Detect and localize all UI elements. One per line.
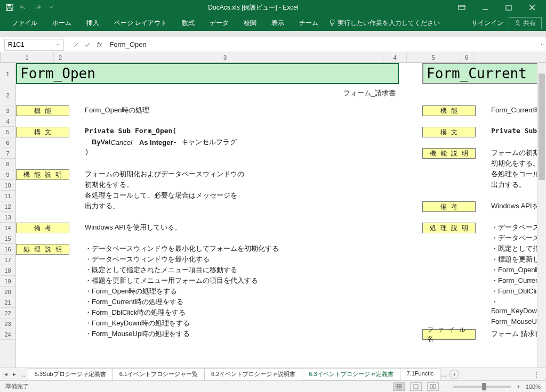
tab-formulas[interactable]: 数式 bbox=[174, 15, 202, 31]
tab-nav[interactable]: ◄ ► bbox=[3, 371, 17, 377]
zoom-slider-knob[interactable] bbox=[482, 383, 486, 390]
column-header[interactable]: 3 bbox=[67, 52, 383, 62]
column-header[interactable]: 4 bbox=[383, 52, 407, 62]
row-header[interactable]: 11 bbox=[0, 191, 15, 201]
row-header[interactable]: 2 bbox=[0, 85, 15, 105]
row-header[interactable]: 14 bbox=[0, 223, 15, 233]
tab-nav-prev-icon[interactable]: ◄ bbox=[3, 371, 9, 377]
title-bar: DocAcs.xls [保護ビュー] - Excel bbox=[0, 0, 546, 15]
vertical-scrollbar[interactable] bbox=[537, 63, 546, 368]
tab-data[interactable]: データ bbox=[202, 15, 236, 31]
ribbon-display-icon[interactable] bbox=[451, 1, 472, 14]
cancel-icon[interactable] bbox=[74, 42, 79, 47]
label-proc-r: 処理説明 bbox=[422, 223, 476, 233]
row-header[interactable]: 4 bbox=[0, 116, 15, 127]
chevron-down-icon[interactable] bbox=[56, 43, 60, 46]
share-button[interactable]: 共有 bbox=[509, 17, 542, 29]
view-pagelayout-icon[interactable] bbox=[410, 382, 422, 391]
row-header[interactable]: 9 bbox=[0, 169, 15, 180]
row-header[interactable]: 8 bbox=[0, 159, 15, 169]
signin-link[interactable]: サインイン bbox=[471, 19, 503, 28]
tab-view[interactable]: 表示 bbox=[264, 15, 292, 31]
cell-proc-r2: ・既定として指 bbox=[489, 244, 540, 254]
sheet-tab[interactable]: 5.3Subプロシージャ定義書 bbox=[28, 368, 113, 381]
cell-syntax-2: ) bbox=[83, 148, 89, 156]
zoom-out-button[interactable]: − bbox=[444, 383, 447, 390]
row-header[interactable]: 6 bbox=[0, 137, 15, 148]
column-header[interactable]: 1 bbox=[1, 52, 54, 62]
label-notes-r: 備考 bbox=[422, 201, 476, 212]
add-sheet-button[interactable]: + bbox=[449, 370, 459, 379]
cell-proc-0: ・データベースウィンドウを最小化してフォームを初期化する bbox=[83, 244, 279, 254]
tab-review[interactable]: 校閲 bbox=[236, 15, 264, 31]
cell-grid[interactable]: Form_Open フォーム_請求書 機能 Form_Open時の処理 構文 P… bbox=[16, 63, 546, 368]
column-headers: 123456 bbox=[0, 52, 546, 63]
tab-nav-next-icon[interactable]: ► bbox=[12, 371, 17, 377]
cell-desc-r3: 出力する。 bbox=[489, 180, 526, 190]
name-box[interactable]: R1C1 bbox=[4, 39, 64, 51]
tab-insert[interactable]: 挿入 bbox=[79, 15, 107, 31]
undo-icon[interactable] bbox=[19, 3, 28, 12]
cell-proc-2: ・既定として指定されたメニュー項目に移動する bbox=[83, 265, 237, 275]
column-header[interactable]: 6 bbox=[460, 52, 473, 62]
worksheet-area: 123456 123456789101112131415161718192021… bbox=[0, 52, 546, 368]
row-header[interactable]: 17 bbox=[0, 255, 15, 265]
row-header[interactable]: 15 bbox=[0, 233, 15, 244]
row-header[interactable]: 22 bbox=[0, 308, 15, 318]
tabs-overflow-next[interactable]: ... bbox=[441, 371, 446, 378]
row-header[interactable]: 13 bbox=[0, 212, 15, 223]
tab-pagelayout[interactable]: ページ レイアウト bbox=[107, 15, 174, 31]
zoom-in-button[interactable]: + bbox=[517, 383, 520, 390]
tabs-overflow-prev[interactable]: ... bbox=[20, 371, 26, 378]
cell-title-form-current[interactable]: Form_Current bbox=[422, 63, 546, 84]
view-normal-icon[interactable] bbox=[393, 382, 405, 391]
tab-home[interactable]: ホーム bbox=[45, 15, 79, 31]
zoom-level[interactable]: 100% bbox=[526, 383, 541, 390]
tab-menu-icon[interactable]: ⋮ bbox=[533, 371, 540, 378]
cell-desc-r1: 初期化をする。 bbox=[489, 159, 540, 168]
column-header[interactable]: 5 bbox=[407, 52, 460, 62]
row-header[interactable]: 10 bbox=[0, 180, 15, 191]
cell-title-form-open[interactable]: Form_Open bbox=[16, 63, 399, 84]
row-header[interactable]: 19 bbox=[0, 276, 15, 287]
row-header[interactable]: 18 bbox=[0, 265, 15, 276]
row-header[interactable]: 20 bbox=[0, 287, 15, 297]
row-header[interactable]: 23 bbox=[0, 318, 15, 329]
zoom-slider[interactable] bbox=[453, 386, 511, 388]
sheet-tab[interactable]: 6.1イベントプロシージャー覧 bbox=[113, 368, 205, 381]
close-button[interactable] bbox=[521, 1, 543, 14]
tab-file[interactable]: ファイル bbox=[4, 15, 45, 31]
formula-input[interactable]: Form_Open bbox=[109, 40, 539, 48]
tab-team[interactable]: チーム bbox=[292, 15, 326, 31]
cell-proc-8: ・Form_MouseUp時の処理をする bbox=[83, 329, 190, 339]
redo-icon[interactable] bbox=[33, 3, 42, 12]
sheet-tab[interactable]: 7.1Functic bbox=[400, 368, 441, 381]
sheet-tab[interactable]: 6.2イベントプロシージャ説明書 bbox=[204, 368, 302, 381]
view-pagebreak-icon[interactable] bbox=[427, 382, 439, 391]
formula-expand-icon[interactable] bbox=[539, 43, 546, 46]
row-header[interactable]: 24 bbox=[0, 329, 15, 340]
enter-icon[interactable] bbox=[84, 42, 91, 47]
scrollbar-thumb[interactable] bbox=[539, 74, 545, 180]
maximize-button[interactable] bbox=[498, 1, 519, 14]
row-header[interactable]: 3 bbox=[0, 105, 15, 116]
cell-desc-1: 初期化をする。 bbox=[83, 180, 133, 190]
column-header[interactable]: 2 bbox=[54, 52, 67, 62]
fx-icon[interactable]: fx bbox=[97, 41, 102, 48]
cell-proc-r4: ・Form_Open時 bbox=[489, 265, 542, 275]
save-icon[interactable] bbox=[5, 3, 14, 12]
cell-desc-r0: フォームの初期 bbox=[489, 148, 540, 158]
ribbon-tabs: ファイル ホーム 挿入 ページ レイアウト 数式 データ 校閲 表示 チーム 実… bbox=[0, 15, 546, 31]
tell-me-search[interactable]: 実行したい作業を入力してください bbox=[329, 19, 440, 28]
label-func-r: 機能 bbox=[422, 105, 476, 116]
row-header[interactable]: 12 bbox=[0, 201, 15, 212]
qat-dropdown-icon[interactable] bbox=[47, 3, 55, 12]
svg-rect-20 bbox=[430, 385, 432, 389]
row-header[interactable]: 5 bbox=[0, 127, 15, 137]
row-header[interactable]: 1 bbox=[0, 63, 15, 85]
minimize-button[interactable] bbox=[475, 1, 496, 14]
row-header[interactable]: 16 bbox=[0, 244, 15, 255]
row-header[interactable]: 7 bbox=[0, 148, 15, 159]
row-header[interactable]: 21 bbox=[0, 297, 15, 308]
sheet-tab[interactable]: 6.3イベントプロシージャ定義書 bbox=[302, 368, 400, 381]
